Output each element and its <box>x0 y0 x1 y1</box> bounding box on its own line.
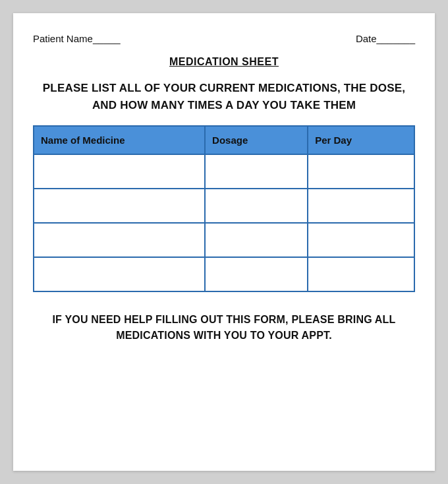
row3-perday[interactable] <box>308 223 414 257</box>
row4-dosage[interactable] <box>205 257 308 291</box>
footer-text: IF YOU NEED HELP FILLING OUT THIS FORM, … <box>33 312 415 344</box>
main-title: MEDICATION SHEET <box>33 56 415 68</box>
row1-medicine[interactable] <box>34 154 205 189</box>
patient-name-label: Patient Name_____ <box>33 33 121 44</box>
header-row: Patient Name_____ Date_______ <box>33 33 415 44</box>
row2-medicine[interactable] <box>34 189 205 223</box>
row4-perday[interactable] <box>308 257 414 291</box>
row3-medicine[interactable] <box>34 223 205 257</box>
subtitle: PLEASE LIST ALL OF YOUR CURRENT MEDICATI… <box>33 80 415 113</box>
row4-medicine[interactable] <box>34 257 205 291</box>
medication-sheet-page: Patient Name_____ Date_______ MEDICATION… <box>13 13 435 471</box>
col-header-perday: Per Day <box>308 126 414 154</box>
row3-dosage[interactable] <box>205 223 308 257</box>
row2-dosage[interactable] <box>205 189 308 223</box>
medication-table: Name of Medicine Dosage Per Day <box>33 125 415 292</box>
col-header-medicine: Name of Medicine <box>34 126 205 154</box>
table-header-row: Name of Medicine Dosage Per Day <box>34 126 414 154</box>
title-section: MEDICATION SHEET <box>33 56 415 68</box>
row1-dosage[interactable] <box>205 154 308 189</box>
date-label: Date_______ <box>356 33 415 44</box>
table-row <box>34 154 414 189</box>
row2-perday[interactable] <box>308 189 414 223</box>
table-row <box>34 257 414 291</box>
table-row <box>34 189 414 223</box>
row1-perday[interactable] <box>308 154 414 189</box>
col-header-dosage: Dosage <box>205 126 308 154</box>
table-row <box>34 223 414 257</box>
